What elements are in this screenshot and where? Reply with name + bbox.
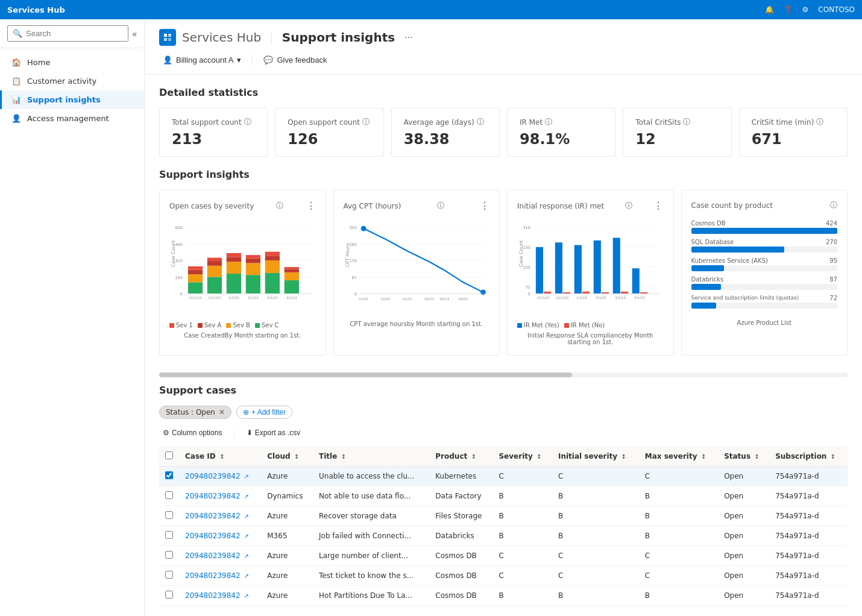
account-icon: 👤 [163, 55, 172, 64]
ir-chart-menu-button[interactable]: ⋮ [653, 200, 663, 212]
col-header-case-id[interactable]: Case ID ↕ [179, 447, 261, 467]
search-input[interactable] [26, 29, 123, 38]
billing-account-button[interactable]: 👤 Billing account A ▾ [159, 53, 245, 67]
product-chart-info-icon[interactable]: ⓘ [830, 200, 837, 210]
total-critsits-info-icon[interactable]: ⓘ [683, 117, 690, 127]
ir-met-info-icon[interactable]: ⓘ [545, 117, 552, 127]
row-max-severity: C [639, 467, 718, 486]
legend-ir-yes-label: IR Met (Yes) [524, 322, 559, 328]
row-subscription: 754a971a-d [769, 526, 848, 546]
row-checkbox[interactable] [165, 491, 173, 499]
case-id-link[interactable]: 209480239842 [185, 532, 241, 540]
svg-text:310: 310 [523, 225, 530, 230]
severity-chart-info-icon[interactable]: ⓘ [276, 201, 283, 211]
severity-chart-menu-button[interactable]: ⋮ [306, 200, 316, 212]
header-checkbox-cell [159, 447, 179, 467]
hbar-kubernetes: Kubernetes Service (AKS) 95 [691, 257, 838, 271]
row-checkbox[interactable] [165, 471, 173, 479]
total-support-count-info-icon[interactable]: ⓘ [244, 117, 251, 127]
stat-card-total-critsits: Total CritSits ⓘ 12 [623, 108, 731, 157]
case-id-link[interactable]: 209480239842 [185, 512, 241, 520]
svg-text:75: 75 [526, 285, 530, 290]
row-cloud: Azure [261, 506, 313, 526]
sidebar-collapse-button[interactable]: « [132, 29, 137, 39]
average-age-info-icon[interactable]: ⓘ [477, 117, 484, 127]
support-cases-table: Case ID ↕ Cloud ↕ Title ↕ [159, 447, 848, 606]
svg-rect-79 [555, 242, 562, 294]
svg-rect-83 [582, 292, 590, 294]
chart-ir-met: Initial response (IR) met ⓘ ⋮ Case Count [507, 190, 674, 356]
row-checkbox-cell [159, 506, 179, 526]
sidebar-item-customer-activity[interactable]: 📋 Customer activity [0, 72, 144, 90]
table-row: 209480239842 ↗ Azure Unable to access th… [159, 467, 848, 486]
row-checkbox[interactable] [165, 531, 173, 539]
settings-icon[interactable]: ⚙ [802, 5, 809, 14]
svg-text:150: 150 [523, 265, 530, 270]
external-link-icon: ↗ [244, 533, 248, 539]
notification-icon[interactable]: 🔔 [765, 5, 774, 14]
filter-badge-label: Status : Open [166, 408, 215, 416]
col-header-initial-severity[interactable]: Initial severity ↕ [552, 447, 639, 467]
cpt-chart-menu-button[interactable]: ⋮ [480, 200, 489, 212]
chart-title-product: Case count by product [691, 201, 773, 210]
svg-rect-82 [574, 245, 582, 294]
case-id-link[interactable]: 209480239842 [185, 571, 241, 580]
row-checkbox-cell [159, 486, 179, 506]
open-support-count-info-icon[interactable]: ⓘ [362, 117, 370, 127]
svg-rect-25 [227, 274, 241, 294]
svg-text:03/23: 03/23 [439, 297, 449, 301]
col-header-subscription[interactable]: Subscription ↕ [769, 447, 848, 467]
charts-scroll-wrap[interactable]: Open cases by severity ⓘ ⋮ Case Count [159, 190, 848, 360]
hbar-track-databricks [691, 284, 838, 290]
svg-rect-36 [265, 260, 280, 273]
svg-text:170: 170 [349, 259, 357, 263]
row-product: Cosmos DB [429, 546, 492, 566]
case-id-link[interactable]: 209480239842 [185, 591, 241, 600]
legend-sevc-label: Sev C [262, 322, 279, 328]
export-csv-button[interactable]: ⬇ Export as .csv [243, 426, 304, 439]
col-header-cloud[interactable]: Cloud ↕ [261, 447, 313, 467]
hbar-fill-databricks [691, 284, 722, 290]
more-options-button[interactable]: ··· [401, 31, 416, 44]
svg-text:0: 0 [354, 292, 356, 297]
row-checkbox[interactable] [165, 511, 173, 519]
row-checkbox[interactable] [165, 551, 173, 559]
svg-rect-80 [563, 292, 570, 294]
ir-chart-info-icon[interactable]: ⓘ [625, 201, 632, 211]
case-id-link[interactable]: 209480239842 [185, 552, 241, 560]
chart-avg-cpt: Avg CPT (hours) ⓘ ⋮ CPT Hours [333, 190, 500, 356]
add-filter-button[interactable]: ⊕ + Add filter [236, 406, 292, 419]
row-checkbox[interactable] [165, 591, 173, 599]
charts-scroll-indicator[interactable] [159, 372, 848, 377]
case-id-link[interactable]: 209480239842 [185, 472, 241, 480]
remove-filter-button[interactable]: ✕ [219, 408, 225, 416]
pipe-divider: | [269, 30, 274, 45]
svg-rect-38 [265, 252, 280, 256]
row-severity: B [492, 586, 552, 606]
col-header-status[interactable]: Status ↕ [718, 447, 769, 467]
help-icon[interactable]: ❓ [784, 5, 793, 14]
svg-text:230: 230 [523, 245, 530, 250]
col-header-severity[interactable]: Severity ↕ [492, 447, 552, 467]
select-all-checkbox[interactable] [165, 451, 173, 459]
col-header-max-severity[interactable]: Max severity ↕ [639, 447, 718, 467]
col-label-product: Product [435, 452, 467, 460]
hbar-databricks: Databricks 87 [691, 276, 838, 290]
sidebar-item-support-insights[interactable]: 📊 Support insights [0, 90, 144, 109]
row-status: Open [718, 586, 769, 606]
page-title: Support insights [282, 30, 395, 45]
col-header-title[interactable]: Title ↕ [313, 447, 429, 467]
case-id-link[interactable]: 209480239842 [185, 492, 241, 500]
col-header-product[interactable]: Product ↕ [429, 447, 492, 467]
svg-rect-17 [188, 269, 203, 274]
row-checkbox[interactable] [165, 571, 173, 579]
give-feedback-button[interactable]: 💬 Give feedback [260, 53, 330, 67]
column-options-button[interactable]: ⚙ Column options [159, 426, 225, 439]
hbar-label-cosmos: Cosmos DB 424 [691, 220, 838, 227]
sidebar-item-access-management[interactable]: 👤 Access management [0, 109, 144, 128]
critsit-time-info-icon[interactable]: ⓘ [816, 117, 823, 127]
sidebar-item-home[interactable]: 🏠 Home [0, 53, 144, 72]
hbar-subscription-limits: Service and subscription limits (quotas)… [691, 295, 838, 309]
cpt-chart-info-icon[interactable]: ⓘ [437, 201, 444, 211]
row-title: Not able to use data flo... [313, 486, 429, 506]
